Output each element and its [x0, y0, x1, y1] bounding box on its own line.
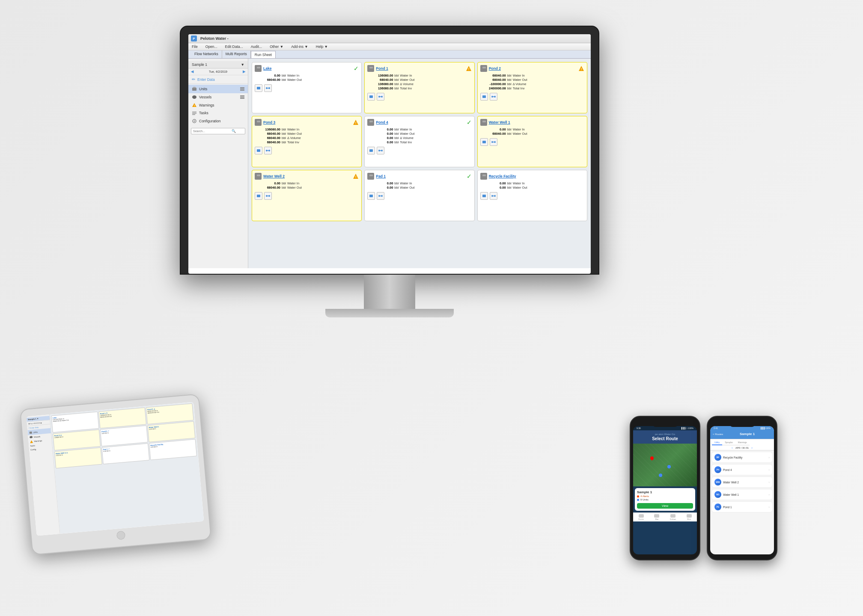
recycle-flow-icon[interactable] — [490, 192, 497, 200]
pond1-enter-data-icon[interactable] — [367, 93, 375, 101]
chevron-right-icon-0: › — [768, 456, 770, 459]
chevron-right-icon-2: › — [768, 480, 770, 484]
phone-left-signals: ▐▐▐ ⬡ 100% — [681, 427, 693, 429]
phone-left-notch — [652, 422, 678, 427]
menu-addins[interactable]: Add-ins ▼ — [290, 44, 309, 49]
phone-left-app: 9:36 ▐▐▐ ⬡ 100% pe aton Water Go Select … — [633, 426, 697, 554]
routes-nav-icon — [639, 514, 644, 518]
pond2-enter-data-icon[interactable] — [480, 93, 488, 101]
pond4-card-name[interactable]: Pond 4 — [376, 120, 388, 124]
waterwell1-enter-data-icon[interactable] — [480, 138, 488, 146]
configuration-icon — [192, 118, 197, 124]
sidebar-configuration-label: Configuration — [199, 119, 221, 123]
phone-tab-warnings[interactable]: Warnings — [735, 440, 750, 445]
search-input[interactable] — [193, 130, 232, 133]
menu-audit[interactable]: Audit... — [250, 44, 263, 49]
recycle-row-0: 0.00 bbl Water In — [480, 181, 584, 185]
sidebar-units-label: Units — [199, 87, 207, 91]
svg-rect-61 — [369, 175, 373, 176]
pond3-card-name[interactable]: Pond 3 — [263, 120, 275, 124]
pond1-card-name[interactable]: Pond 1 — [376, 66, 388, 71]
svg-rect-68 — [482, 195, 486, 197]
pond2-row-2: -100000.00 bbl Δ Volume — [480, 82, 584, 86]
lake-enter-data-icon[interactable] — [255, 84, 262, 92]
recycle-enter-data-icon[interactable] — [480, 192, 488, 200]
lake-flow-icon[interactable] — [264, 84, 272, 92]
phone-back-button[interactable]: < Routes — [713, 433, 723, 435]
menu-help[interactable]: Help ▼ — [315, 44, 329, 49]
menu-open[interactable]: Open... — [205, 44, 218, 49]
monitor-stand-neck — [364, 275, 415, 309]
phone-unit-avatar-4: P1 — [714, 503, 721, 510]
phone-tab-spraybo[interactable]: Spraybo — [722, 440, 735, 445]
pad1-enter-data-icon[interactable] — [367, 192, 375, 200]
phone-unit-item-2[interactable]: WW Water Well 2 › — [711, 477, 773, 488]
svg-point-58 — [268, 195, 270, 197]
phone-unit-item-1[interactable]: P4 Pond 4 › — [711, 464, 773, 475]
pencil-icon: ✏ — [192, 77, 195, 82]
menu-file[interactable]: File — [191, 44, 199, 49]
phone-date-prev-icon[interactable]: < — [732, 447, 733, 449]
tab-run-sheet[interactable]: Run Sheet — [251, 51, 276, 58]
svg-rect-62 — [369, 195, 373, 197]
phone-date-next-icon[interactable]: > — [751, 447, 753, 449]
pond2-card-name[interactable]: Pond 2 — [489, 66, 501, 71]
units-hamburger-icon[interactable] — [240, 87, 244, 91]
pond2-row-0: 68040.00 bbl Water In — [480, 74, 584, 77]
lake-card-name[interactable]: Lake — [263, 66, 271, 71]
main-layout: Sample 1 ▼ ◀ Tue, 4/2/2019 ▶ ✏ Enter Dat… — [188, 59, 591, 268]
waterwell1-card-footer — [480, 138, 584, 146]
sidebar-enter-data[interactable]: ✏ Enter Data — [188, 75, 248, 84]
phone-units-label: 9 Units — [640, 498, 649, 501]
date-next-button[interactable]: ▶ — [243, 70, 245, 74]
date-prev-button[interactable]: ◀ — [191, 70, 193, 74]
recycle-card-name[interactable]: Recycle Facility — [489, 174, 516, 178]
sidebar-item-warnings[interactable]: ! Warnings — [188, 101, 248, 109]
sidebar-search: 🔍 — [191, 128, 245, 134]
tab-multi-reports[interactable]: Multi Reports — [222, 50, 251, 58]
sidebar-sample-dropdown-icon[interactable]: ▼ — [241, 62, 244, 67]
pond3-flow-icon[interactable] — [264, 147, 272, 154]
waterwell1-card-name[interactable]: Water Well 1 — [489, 120, 510, 124]
sidebar-item-units[interactable]: Units — [188, 85, 248, 93]
phone-nav-more[interactable]: More — [687, 514, 692, 520]
pond2-flow-icon[interactable] — [490, 93, 497, 101]
map-nav-icon — [654, 514, 659, 518]
waterwell1-flow-icon[interactable] — [490, 138, 497, 146]
menu-other[interactable]: Other ▼ — [269, 44, 284, 49]
pond4-flow-icon[interactable] — [377, 147, 384, 154]
pad1-card-name[interactable]: Pad 1 — [376, 174, 386, 178]
sidebar-item-tasks[interactable]: Tasks — [188, 109, 248, 117]
pond3-enter-data-icon[interactable] — [255, 147, 262, 154]
svg-point-21 — [378, 96, 380, 98]
phone-nav-routes[interactable]: Routes — [638, 514, 644, 520]
alert-dot-icon — [637, 495, 639, 498]
vessels-hamburger-icon[interactable] — [240, 95, 244, 99]
svg-rect-42 — [369, 149, 373, 152]
phone-left-screen: 9:36 ▐▐▐ ⬡ 100% pe aton Water Go Select … — [633, 426, 697, 554]
tab-flow-networks[interactable]: Flow Networks — [191, 50, 222, 58]
sidebar-item-configuration[interactable]: Configuration — [188, 117, 248, 125]
pond1-flow-icon[interactable] — [377, 93, 384, 101]
pond4-row-0: 0.00 bbl Water In — [367, 127, 471, 131]
pond4-enter-data-icon[interactable] — [367, 147, 375, 154]
phone-nav-settings[interactable]: Settings — [670, 514, 676, 520]
unit-card-lake: Lake ✓ 0.00 bbl Water In — [252, 62, 362, 113]
phone-nav-map[interactable]: Map — [654, 514, 659, 520]
menu-edit-data[interactable]: Edit Data... — [224, 44, 244, 49]
sidebar-item-vessels[interactable]: Vessels — [188, 93, 248, 101]
phone-tab-utility[interactable]: Utility — [712, 440, 722, 445]
chevron-right-icon-1: › — [768, 468, 770, 472]
waterwell2-card-name[interactable]: Water Well 2 — [263, 174, 285, 178]
phone-view-button[interactable]: View — [637, 503, 693, 509]
svg-point-22 — [381, 96, 383, 98]
phone-unit-item-4[interactable]: P1 Pond 1 › — [711, 501, 773, 512]
chevron-right-icon-3: › — [768, 493, 770, 497]
phone-unit-item-0[interactable]: RF Recycle Facility › — [711, 452, 773, 463]
waterwell2-flow-icon[interactable] — [264, 192, 272, 200]
tablet-home-button[interactable] — [116, 531, 126, 540]
phone-unit-item-3[interactable]: W1 Water Well 1 › — [711, 489, 773, 500]
waterwell2-enter-data-icon[interactable] — [255, 192, 262, 200]
phone-unit-avatar-2: WW — [714, 479, 721, 486]
pad1-flow-icon[interactable] — [377, 192, 384, 200]
